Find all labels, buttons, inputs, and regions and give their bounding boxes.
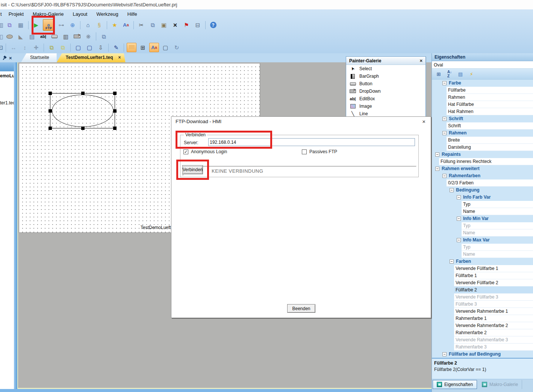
home-icon[interactable]: ⌂	[83, 20, 93, 30]
property-row[interactable]: Verwende Rahmenfarbe 2	[432, 322, 533, 329]
property-row[interactable]: Name	[432, 229, 533, 237]
property-row[interactable]: Bedingung	[432, 187, 533, 194]
polygon-tool-icon[interactable]: ◣	[16, 32, 26, 41]
collapse-icon[interactable]	[450, 259, 454, 264]
resize-handle[interactable]	[81, 127, 85, 130]
same-width-icon[interactable]: ↔	[9, 43, 18, 52]
collapse-icon[interactable]	[457, 238, 461, 242]
rotate-icon[interactable]: ↻	[172, 43, 182, 52]
group-icon[interactable]: ▢	[73, 43, 83, 52]
project-node-label[interactable]: emoLue	[0, 73, 14, 78]
to-back-icon[interactable]: ⧉	[58, 43, 68, 52]
property-row[interactable]: 0/2/3 Farben	[432, 179, 533, 187]
property-row[interactable]: Hat Rahmen	[432, 108, 533, 115]
beenden-button[interactable]: Beenden	[287, 304, 315, 313]
palette-item-select[interactable]: ➤Select	[346, 65, 425, 72]
property-row[interactable]: Füllfarbe auf Bedingung	[432, 351, 533, 358]
collapse-icon[interactable]	[457, 195, 461, 199]
property-row[interactable]: Info Min Var	[432, 215, 533, 222]
gear-tool-icon[interactable]: ❋	[83, 32, 93, 41]
grid-icon[interactable]	[127, 43, 136, 52]
tab-startseite[interactable]: Startseite	[21, 53, 57, 62]
property-row[interactable]: Füllfarbe 1	[432, 272, 533, 279]
property-row[interactable]: Rahmen	[432, 130, 533, 137]
property-row[interactable]: Rahmen erweitert	[432, 165, 533, 172]
passives-ftp-checkbox[interactable]	[302, 149, 307, 154]
pages-icon[interactable]: ▤	[457, 70, 464, 78]
components-icon[interactable]: ⧉	[5, 20, 14, 30]
partial-icon[interactable]: ▥	[0, 20, 3, 30]
palette-item-editbox[interactable]: ab|EditBox	[346, 95, 425, 103]
vertical-splitter[interactable]	[14, 62, 17, 392]
resize-handle[interactable]	[81, 92, 85, 95]
property-row[interactable]: Breite	[432, 137, 533, 144]
connect-icon[interactable]: ⊶	[56, 20, 66, 30]
collapse-icon[interactable]	[442, 352, 447, 356]
to-front-icon[interactable]: ⧉	[47, 43, 56, 52]
property-row[interactable]: Typ	[432, 222, 533, 229]
copy-icon[interactable]: ⧉	[148, 20, 157, 30]
property-row[interactable]: Farben	[432, 258, 533, 265]
alphabetical-icon[interactable]: A↓Z	[446, 70, 453, 78]
panel-tab-eigenschaften[interactable]: Eigenschaften	[433, 380, 477, 389]
resize-handle[interactable]	[113, 127, 117, 130]
project-node-label[interactable]: ter1.tec	[0, 100, 14, 106]
anonymous-login-checkbox[interactable]: ✓	[183, 149, 188, 154]
palette-item-bargraph[interactable]: BarGraph	[346, 72, 425, 80]
resize-handle[interactable]	[113, 92, 117, 95]
property-row[interactable]: Schrift	[432, 122, 533, 130]
property-row[interactable]: Info Farb Var	[432, 194, 533, 201]
property-row[interactable]: Repaints	[432, 151, 533, 158]
property-row[interactable]: Hat Füllfarbe	[432, 101, 533, 108]
menu-item-t[interactable]: t	[0, 11, 4, 17]
close-palette-icon[interactable]: ×	[419, 58, 422, 63]
script-icon[interactable]: §	[94, 20, 104, 30]
collapse-icon[interactable]	[457, 217, 461, 221]
palette-item-line[interactable]: ╲Line	[346, 110, 425, 117]
property-row[interactable]: Verwende Füllfarbe 2	[432, 279, 533, 286]
property-row[interactable]: Name	[432, 208, 533, 215]
collapse-icon[interactable]	[442, 131, 447, 135]
selection-rectangle[interactable]	[50, 93, 115, 128]
close-tab-icon[interactable]: ×	[118, 55, 121, 60]
property-row[interactable]: Typ	[432, 244, 533, 251]
property-row[interactable]: Verwende Rahmenfarbe 1	[432, 308, 533, 315]
property-row[interactable]: Rahmenfarbe 3	[432, 344, 533, 351]
menu-item-hilfe[interactable]: Hilfe	[123, 11, 142, 17]
partial-icon[interactable]: ◫	[0, 32, 3, 41]
keyboard-icon[interactable]: ▦	[16, 20, 26, 30]
resize-handle[interactable]	[48, 127, 52, 130]
pin-icon[interactable]	[2, 55, 7, 60]
oval-tool-icon[interactable]	[5, 32, 14, 41]
property-row[interactable]: Füllfarbe 3	[432, 301, 533, 308]
resize-handle[interactable]	[48, 109, 52, 113]
export-object-icon[interactable]: ⇩	[96, 43, 106, 52]
resize-handle[interactable]	[48, 92, 52, 95]
panel-tab-makro-galerie[interactable]: Makro-Galerie	[478, 380, 522, 389]
property-row[interactable]: Schrift	[432, 115, 533, 122]
categorized-icon[interactable]: ⊞	[435, 70, 442, 78]
collapse-icon[interactable]	[442, 81, 447, 85]
language-icon[interactable]: ⚑	[182, 20, 191, 30]
property-row[interactable]: Füllfarbe 2	[432, 286, 533, 294]
property-row[interactable]: Füllfarbe	[432, 87, 533, 94]
palette-item-dropdown[interactable]: DropDown	[346, 87, 425, 95]
property-row[interactable]: Verwende Rahmenfarbe 3	[432, 336, 533, 344]
collapse-icon[interactable]	[450, 188, 454, 192]
collapse-icon[interactable]	[435, 167, 439, 171]
property-row[interactable]: Info Max Var	[432, 237, 533, 244]
property-row[interactable]: Rahmenfarben	[432, 172, 533, 179]
bargraph-tool-icon[interactable]: ▥	[61, 32, 71, 41]
property-row[interactable]: Verwende Füllfarbe 3	[432, 294, 533, 301]
resize-handle[interactable]	[113, 109, 117, 113]
collapse-icon[interactable]	[435, 152, 439, 157]
print-icon[interactable]: ⊟	[193, 20, 203, 30]
close-dialog-icon[interactable]: ×	[422, 118, 425, 125]
property-row[interactable]: Rahmenfarbe 1	[432, 315, 533, 322]
same-size-icon[interactable]: ✚	[31, 43, 41, 52]
property-row[interactable]: Typ	[432, 201, 533, 208]
events-icon[interactable]: ⚡	[468, 70, 475, 78]
menu-item-werkzeug[interactable]: Werkzeug	[92, 11, 123, 17]
partial-icon[interactable]: ⊡	[0, 43, 3, 52]
property-row[interactable]: Name	[432, 251, 533, 258]
